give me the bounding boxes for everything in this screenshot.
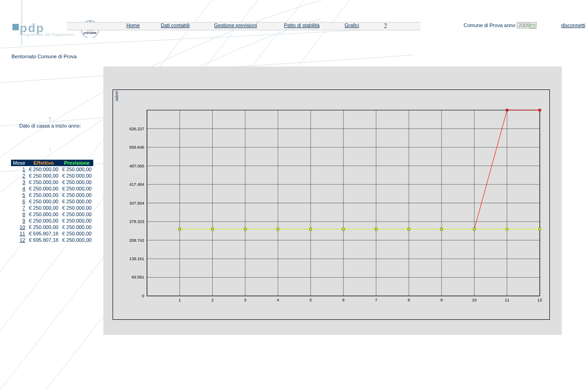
y-tick-label: 417.484 [129, 182, 144, 187]
table-row: 5€ 250.000,00€ 250.000,00 [11, 192, 93, 198]
cell-previsione: € 250.000,00 [60, 211, 93, 217]
month-link[interactable]: 3 [23, 179, 25, 185]
cell-effettivo: € 695.807,18 [27, 230, 60, 237]
col-previsione: Previsione [60, 160, 93, 166]
x-tick-label: 4 [277, 298, 279, 302]
svg-rect-58 [539, 228, 541, 230]
x-tick-label: 3 [244, 298, 246, 302]
cell-effettivo: € 250.000,00 [27, 173, 60, 179]
cell-effettivo: € 695.807,18 [27, 237, 60, 243]
y-tick-label: 0 [142, 294, 144, 298]
table-row: 11€ 695.807,18€ 250.000,00 [11, 230, 93, 237]
cell-previsione: € 250.000,00 [60, 173, 93, 179]
x-tick-label: 9 [441, 298, 443, 302]
year-select[interactable]: 2009 [517, 22, 537, 28]
y-tick-label: 556.646 [129, 145, 144, 150]
nav-dati-contabili[interactable]: Dati contabili [161, 22, 190, 28]
cell-previsione: € 250.000,00 [60, 230, 93, 237]
svg-rect-54 [408, 228, 410, 230]
side-dots: :: [0, 116, 100, 121]
side-cassa-label: Dato di cassa a inizio anno: [0, 123, 100, 128]
chart-panel: valori 626.227556.646487.065417.484347.9… [103, 67, 562, 335]
comune-label: Comune di Prova anno [464, 22, 515, 28]
col-effettivo: Effettivo [27, 160, 60, 166]
y-tick-label: 347.904 [129, 201, 144, 206]
cell-effettivo: € 250.000,00 [27, 217, 60, 224]
nav-patto-stabilita[interactable]: Patto di stabilità [284, 22, 320, 28]
svg-rect-56 [473, 228, 475, 230]
cell-effettivo: € 250.000,00 [27, 198, 60, 205]
cell-effettivo: € 250.000,00 [27, 192, 60, 198]
table-row: 1€ 250.000,00€ 250.000,00 [11, 166, 93, 173]
cell-previsione: € 250.000,00 [60, 224, 93, 230]
svg-rect-51 [310, 228, 312, 230]
month-link[interactable]: 4 [23, 186, 25, 191]
y-tick-label: 278.323 [129, 219, 144, 224]
month-link[interactable]: 1 [23, 167, 25, 172]
cell-previsione: € 250.000,00 [60, 192, 93, 198]
cell-previsione: € 250.000,00 [60, 205, 93, 211]
svg-rect-52 [342, 228, 345, 230]
y-tick-label: 139.161 [129, 256, 144, 261]
month-link[interactable]: 12 [20, 237, 25, 243]
cell-previsione: € 250.000,00 [60, 185, 93, 192]
svg-text:polisdata: polisdata [83, 31, 96, 35]
table-row: 12€ 695.807,18€ 250.000,00 [11, 237, 93, 243]
table-row: 8€ 250.000,00€ 250.000,00 [11, 211, 93, 217]
x-tick-label: 11 [505, 298, 509, 302]
x-tick-label: 5 [310, 298, 312, 302]
svg-rect-45 [506, 109, 508, 111]
table-row: 7€ 250.000,00€ 250.000,00 [11, 205, 93, 211]
cell-previsione: € 250.000,00 [60, 166, 93, 173]
svg-rect-55 [441, 228, 443, 230]
svg-rect-47 [179, 228, 181, 230]
disconnect-link[interactable]: disconnetti [561, 22, 585, 28]
month-link[interactable]: 11 [20, 231, 25, 236]
cell-effettivo: € 250.000,00 [27, 224, 60, 230]
y-tick-label: 626.227 [129, 127, 144, 131]
welcome-text: Bentornato Comune di Prova [11, 54, 77, 59]
nav-gestione-previsioni[interactable]: Gestione previsioni [214, 22, 257, 28]
cell-effettivo: € 250.000,00 [27, 166, 60, 173]
x-tick-label: 6 [342, 298, 345, 302]
cell-previsione: € 250.000,00 [60, 198, 93, 205]
side-colon: : [0, 146, 100, 151]
cell-effettivo: € 250.000,00 [27, 179, 60, 185]
monthly-table: Mese Effettivo Previsione 1€ 250.000,00€… [11, 160, 93, 243]
chart-plot: 626.227556.646487.065417.484347.904278.3… [113, 89, 549, 319]
x-tick-label: 2 [211, 298, 214, 302]
month-link[interactable]: 8 [23, 212, 25, 217]
cell-previsione: € 250.000,00 [60, 237, 93, 243]
table-row: 4€ 250.000,00€ 250.000,00 [11, 185, 93, 192]
month-link[interactable]: 2 [23, 173, 25, 178]
svg-rect-57 [506, 228, 508, 230]
nav-home[interactable]: Home [126, 22, 140, 28]
svg-rect-53 [375, 228, 377, 230]
x-tick-label: 1 [179, 298, 181, 302]
nav-help[interactable]: ? [384, 22, 387, 28]
x-tick-label: 7 [375, 298, 377, 302]
svg-rect-46 [539, 109, 541, 111]
logo-subtitle: Programma dei Pagamenti [20, 33, 77, 37]
month-link[interactable]: 5 [23, 192, 25, 198]
cell-effettivo: € 250.000,00 [27, 211, 60, 217]
y-tick-label: 208.742 [129, 238, 144, 243]
cell-effettivo: € 250.000,00 [27, 185, 60, 192]
month-link[interactable]: 7 [23, 205, 25, 211]
table-row: 3€ 250.000,00€ 250.000,00 [11, 179, 93, 185]
cell-previsione: € 250.000,00 [60, 217, 93, 224]
table-row: 2€ 250.000,00€ 250.000,00 [11, 173, 93, 179]
svg-rect-49 [244, 228, 246, 230]
x-tick-label: 8 [407, 298, 410, 302]
month-link[interactable]: 6 [23, 199, 25, 204]
x-tick-label: 12 [537, 298, 542, 302]
month-link[interactable]: 10 [20, 224, 25, 230]
table-row: 10€ 250.000,00€ 250.000,00 [11, 224, 93, 230]
nav-grafici[interactable]: Grafici [345, 22, 359, 28]
col-mese: Mese [11, 160, 27, 166]
cell-effettivo: € 250.000,00 [27, 205, 60, 211]
month-link[interactable]: 9 [23, 218, 25, 223]
table-row: 9€ 250.000,00€ 250.000,00 [11, 217, 93, 224]
cell-previsione: € 250.000,00 [60, 179, 93, 185]
svg-rect-50 [277, 228, 279, 230]
